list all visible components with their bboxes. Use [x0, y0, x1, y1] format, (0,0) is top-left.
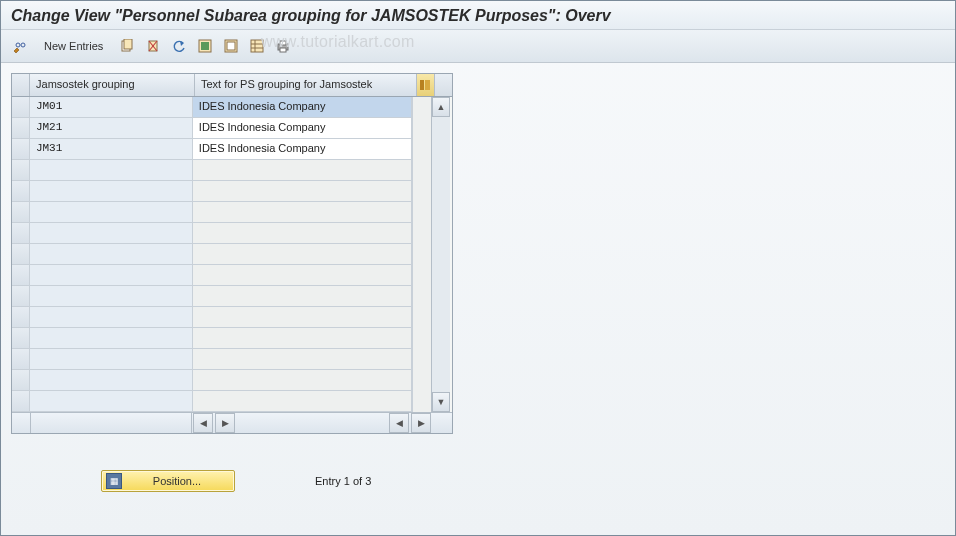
cell-code[interactable]: JM01	[30, 97, 193, 117]
cell-text[interactable]: IDES Indonesia Company	[193, 139, 412, 159]
cell-text[interactable]	[193, 265, 412, 285]
config-button[interactable]	[246, 35, 268, 57]
content-area: Jamsostek grouping Text for PS grouping …	[1, 63, 955, 502]
table-row-empty	[12, 370, 412, 391]
cell-code[interactable]	[30, 265, 193, 285]
table-row-empty	[12, 265, 412, 286]
svg-rect-10	[227, 42, 235, 50]
print-button[interactable]	[272, 35, 294, 57]
cell-code[interactable]: JM31	[30, 139, 193, 159]
hscroll-right-button[interactable]: ▶	[215, 413, 235, 433]
table-settings-icon	[250, 39, 264, 53]
row-selector[interactable]	[12, 244, 30, 264]
cell-text[interactable]	[193, 391, 412, 411]
cell-code[interactable]	[30, 181, 193, 201]
cell-code[interactable]	[30, 244, 193, 264]
new-entries-button[interactable]: New Entries	[35, 37, 112, 55]
position-icon: ▦	[106, 473, 122, 489]
row-selector[interactable]	[12, 370, 30, 390]
copy-as-button[interactable]	[116, 35, 138, 57]
undo-button[interactable]	[168, 35, 190, 57]
column-header-text[interactable]: Text for PS grouping for Jamsostek	[195, 74, 417, 96]
row-selector[interactable]	[12, 181, 30, 201]
cell-code[interactable]	[30, 202, 193, 222]
vertical-scrollbar[interactable]: ▲ ▼	[431, 97, 450, 412]
scroll-track[interactable]	[432, 117, 450, 392]
svg-rect-19	[420, 80, 424, 90]
toggle-display-change-button[interactable]	[9, 35, 31, 57]
row-selector[interactable]	[12, 97, 30, 117]
select-all-button[interactable]	[194, 35, 216, 57]
row-selector[interactable]	[12, 391, 30, 411]
row-selector[interactable]	[12, 328, 30, 348]
cell-code[interactable]	[30, 307, 193, 327]
svg-rect-3	[124, 39, 132, 49]
entry-counter: Entry 1 of 3	[315, 475, 371, 487]
table-row: JM01IDES Indonesia Company	[12, 97, 412, 118]
svg-rect-17	[280, 48, 286, 52]
cell-code[interactable]	[30, 328, 193, 348]
table-footer: ◀ ▶ ◀ ▶	[12, 412, 452, 433]
table-row-empty	[12, 307, 412, 328]
table-config-icon	[419, 79, 431, 91]
table-row-empty	[12, 349, 412, 370]
hscroll-left-end-button[interactable]: ◀	[389, 413, 409, 433]
row-selector[interactable]	[12, 349, 30, 369]
table-row-empty	[12, 202, 412, 223]
table-row-empty	[12, 391, 412, 412]
hscroll-right-end-button[interactable]: ▶	[411, 413, 431, 433]
scroll-column-header	[435, 74, 452, 96]
row-selector[interactable]	[12, 286, 30, 306]
row-selector[interactable]	[12, 202, 30, 222]
title-bar: Change View "Personnel Subarea grouping …	[1, 1, 955, 30]
row-selector[interactable]	[12, 307, 30, 327]
svg-rect-8	[201, 42, 209, 50]
cell-text[interactable]: IDES Indonesia Company	[193, 118, 412, 138]
select-all-column-header[interactable]	[12, 74, 30, 96]
svg-rect-16	[280, 41, 286, 45]
cell-text[interactable]	[193, 181, 412, 201]
table-row-empty	[12, 181, 412, 202]
cell-text[interactable]	[193, 349, 412, 369]
cell-text[interactable]: IDES Indonesia Company	[193, 97, 412, 117]
cell-code[interactable]	[30, 349, 193, 369]
row-selector[interactable]	[12, 118, 30, 138]
cell-text[interactable]	[193, 286, 412, 306]
cell-text[interactable]	[193, 328, 412, 348]
cell-code[interactable]	[30, 370, 193, 390]
delete-button[interactable]	[142, 35, 164, 57]
cell-text[interactable]	[193, 244, 412, 264]
deselect-all-icon	[224, 39, 238, 53]
table-row-empty	[12, 286, 412, 307]
row-selector[interactable]	[12, 160, 30, 180]
table-row-empty	[12, 328, 412, 349]
cell-text[interactable]	[193, 202, 412, 222]
table-config-button[interactable]	[417, 74, 435, 96]
copy-icon	[120, 39, 134, 53]
scroll-up-button[interactable]: ▲	[432, 97, 450, 117]
scroll-down-button[interactable]: ▼	[432, 392, 450, 412]
column-header-code[interactable]: Jamsostek grouping	[30, 74, 195, 96]
cell-text[interactable]	[193, 160, 412, 180]
cell-text[interactable]	[193, 223, 412, 243]
select-all-icon	[198, 39, 212, 53]
cell-code[interactable]	[30, 223, 193, 243]
page-title: Change View "Personnel Subarea grouping …	[11, 7, 611, 24]
position-button[interactable]: ▦ Position...	[101, 470, 235, 492]
svg-point-1	[16, 43, 20, 47]
row-selector[interactable]	[12, 139, 30, 159]
table-row-empty	[12, 223, 412, 244]
cell-text[interactable]	[193, 370, 412, 390]
cell-code[interactable]	[30, 391, 193, 411]
deselect-all-button[interactable]	[220, 35, 242, 57]
table-grid: Jamsostek grouping Text for PS grouping …	[11, 73, 453, 434]
hscroll-left-button[interactable]: ◀	[193, 413, 213, 433]
print-icon	[276, 39, 290, 53]
svg-rect-20	[425, 80, 430, 90]
row-selector[interactable]	[12, 265, 30, 285]
cell-code[interactable]	[30, 286, 193, 306]
cell-text[interactable]	[193, 307, 412, 327]
cell-code[interactable]	[30, 160, 193, 180]
row-selector[interactable]	[12, 223, 30, 243]
cell-code[interactable]: JM21	[30, 118, 193, 138]
